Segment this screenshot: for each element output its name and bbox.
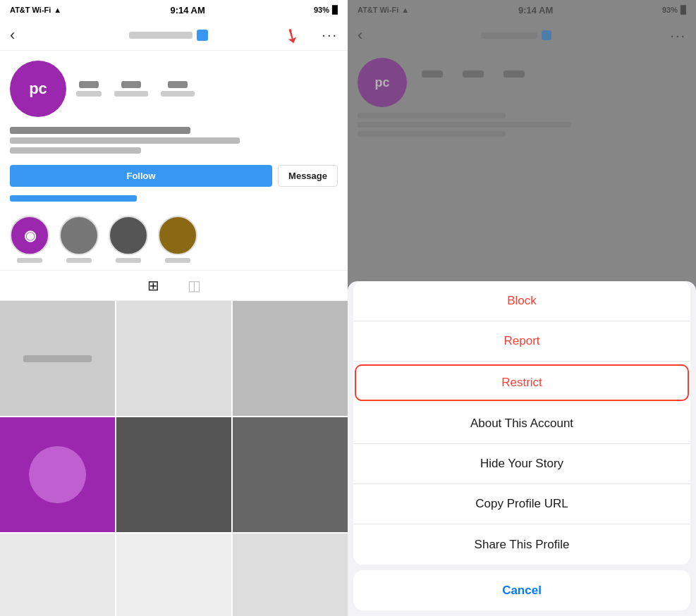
bio-line1 [10,127,190,134]
highlight-label-1 [17,258,42,263]
grid-cell-5 [116,417,231,532]
right-panel: AT&T Wi-Fi ▲ 9:14 AM 93% ▉ ‹ ··· pc [348,0,696,616]
left-panel: AT&T Wi-Fi ▲ 9:14 AM 93% ▉ ‹ ··· ➘ pc [0,0,348,616]
bio-line3 [10,147,141,154]
about-account-action[interactable]: About This Account [353,404,690,444]
stat-following [161,81,195,97]
follow-button[interactable]: Follow [10,165,272,187]
bio-line2 [10,137,240,144]
grid-cell-1 [0,301,115,416]
highlight-2[interactable] [59,216,99,263]
highlight-label-3 [116,258,141,263]
grid-cell-6 [233,417,348,532]
action-sheet-overlay: Block Report Restrict About This Account [348,0,696,616]
copy-url-action[interactable]: Copy Profile URL [353,484,690,524]
external-link-blur [10,195,137,202]
status-bar-carrier: AT&T Wi-Fi ▲ [10,6,61,14]
message-button[interactable]: Message [278,165,338,187]
external-link-row [0,192,348,209]
grid-cell-2 [116,301,231,416]
carrier-text: AT&T Wi-Fi [10,6,51,14]
restrict-action[interactable]: Restrict [355,364,689,401]
share-profile-action[interactable]: Share This Profile [353,524,690,565]
grid-cell-4 [0,417,115,532]
profile-header-left: pc [0,51,348,127]
status-bar-left: AT&T Wi-Fi ▲ 9:14 AM 93% ▉ [0,0,348,20]
wifi-icon: ▲ [54,6,61,14]
avatar-left: pc [10,61,66,117]
status-bar-battery: 93% ▉ [314,6,338,15]
highlight-label-2 [66,258,92,263]
grid-cell-8 [116,534,231,616]
stat-followers [114,81,148,97]
action-sheet: Block Report Restrict About This Account [348,281,696,616]
grid-cell-7 [0,534,115,616]
grid-tab[interactable]: ⊞ [147,277,159,294]
story-highlights-row: ◉ [0,209,348,270]
status-time: 9:14 AM [170,5,204,16]
image-grid-left [0,301,348,616]
username-blur-left [129,32,193,39]
action-sheet-main: Block Report Restrict About This Account [353,281,690,565]
stat-posts [76,81,102,97]
grid-tabs: ⊞ ◫ [0,270,348,301]
battery-text: 93% [314,6,329,14]
tag-tab[interactable]: ◫ [188,277,201,294]
grid-cell-3 [233,301,348,416]
highlight-3[interactable] [109,216,148,263]
block-action[interactable]: Block [353,281,690,321]
back-button-left[interactable]: ‹ [10,26,15,44]
verified-icon-left [197,30,208,41]
highlight-4[interactable] [158,216,197,263]
report-action[interactable]: Report [353,321,690,362]
battery-icon: ▉ [332,6,338,15]
grid-cell-9 [233,534,348,616]
bio-section-left [0,127,348,159]
highlight-1[interactable]: ◉ [10,216,49,263]
highlight-label-4 [165,258,190,263]
action-buttons-left: Follow Message [0,159,348,192]
hide-story-action[interactable]: Hide Your Story [353,444,690,484]
cancel-action[interactable]: Cancel [353,570,690,610]
profile-stats-left [76,81,338,97]
more-button-left[interactable]: ··· [322,27,338,43]
restrict-wrapper: Restrict [353,364,690,401]
